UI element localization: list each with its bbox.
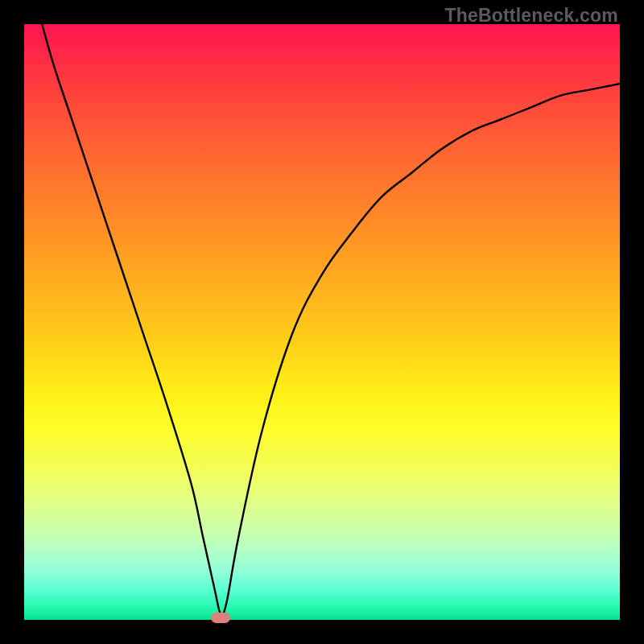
plot-area — [24, 24, 620, 620]
chart-frame: TheBottleneck.com — [0, 0, 644, 644]
minimum-marker — [211, 613, 230, 623]
bottleneck-curve — [24, 24, 620, 620]
watermark-text: TheBottleneck.com — [444, 5, 618, 27]
